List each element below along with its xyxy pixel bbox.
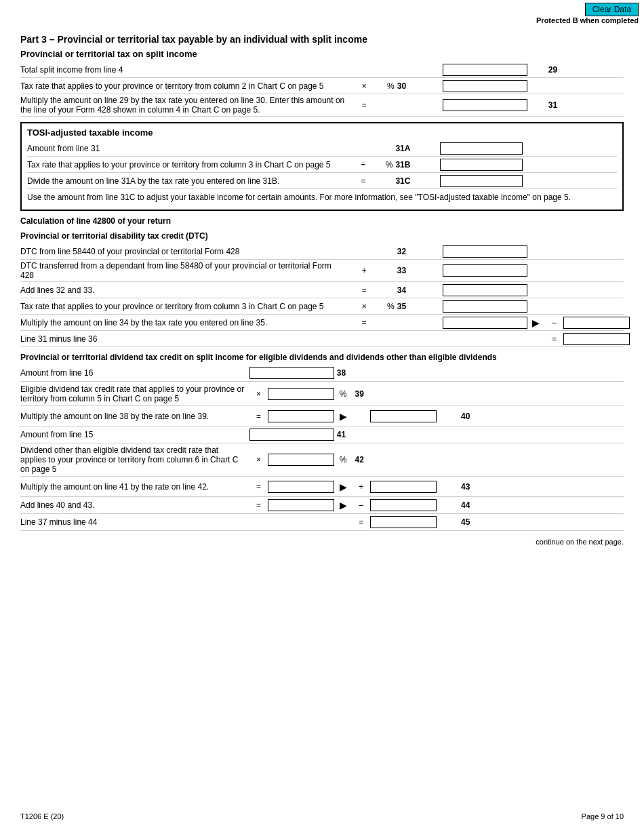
tosi-31c-desc: Divide the amount on line 31A by the tax… [27,176,352,186]
div-40-right-field[interactable] [370,410,437,422]
tosi-note-row: Use the amount from line 31C to adjust y… [27,189,617,205]
dtc-32-field[interactable] [443,245,527,258]
line-31-row: Multiply the amount on line 29 by the ta… [20,94,624,117]
header-right: Clear Data Protected B when completed [536,3,639,24]
dtc-35-row: Tax rate that applies to your province o… [20,298,624,315]
div-41-field[interactable] [249,429,334,441]
line-31-field[interactable] [443,99,527,111]
div-43-label: 43 [437,482,472,492]
line-30-desc: Tax rate that applies to your province o… [20,81,353,91]
tosi-title: TOSI-adjusted taxable income [27,127,617,138]
tosi-31b-pct: % [375,160,393,170]
dtc-36-minus: – [545,318,563,327]
div-40-op: = [249,412,268,421]
div-41-label: 41 [334,430,370,439]
tosi-31c-row: Divide the amount on line 31A by the tax… [27,173,617,189]
dtc-37-eq: = [545,334,563,344]
line-30-op: × [353,81,377,91]
top-bar: Clear Data Protected B when completed [0,0,644,27]
dtc-37-right-field[interactable] [563,333,630,345]
dtc-36-right-field[interactable] [563,317,630,329]
dtc-36-row: Multiply the amount on line 34 by the ta… [20,315,624,331]
div-45-eq: = [352,517,370,527]
tosi-31a-row: Amount from line 31 31A [27,140,617,157]
dtc-35-desc: Tax rate that applies to your province o… [20,302,353,311]
div-44-row: Add lines 40 and 43. = ▶ – 44 [20,497,624,514]
clear-data-button[interactable]: Clear Data [585,3,639,16]
tosi-31c-op: = [352,176,376,186]
line-30-field[interactable] [443,80,527,92]
div-44-arrow: ▶ [334,500,353,511]
tosi-31b-desc: Tax rate that applies to your province o… [27,160,352,170]
tosi-31b-field[interactable] [440,159,523,171]
page-info: Page 9 of 10 [582,812,624,820]
page-footer: T1206 E (20) Page 9 of 10 [0,812,644,820]
calc-title: Calculation of line 42800 of your return [20,216,624,226]
line-30-label: 30 [395,81,443,91]
dtc-36-arrow: ▶ [527,317,546,328]
main-content: Part 3 – Provincial or territorial tax p… [0,27,644,559]
part3-title: Part 3 – Provincial or territorial tax p… [20,34,624,45]
line-31-op: = [353,100,377,110]
div-38-label: 38 [334,368,370,378]
form-id: T1206 E (20) [20,812,64,820]
div-39-pct: % [334,389,353,399]
div-39-row: Eligible dividend tax credit rate that a… [20,382,624,406]
dtc-36-desc: Multiply the amount on line 34 by the ta… [20,318,353,327]
tosi-note: Use the amount from line 31C to adjust y… [27,191,617,204]
div-40-row: Multiply the amount on line 38 by the ra… [20,406,624,426]
div-43-row: Multiply the amount on line 41 by the ra… [20,477,624,497]
div-43-arrow: ▶ [334,481,353,492]
dtc-35-pct: % [376,302,395,311]
line-31-desc: Multiply the amount on line 29 by the ta… [20,96,353,115]
div-40-desc: Multiply the amount on line 38 by the ra… [20,412,249,421]
div-42-row: Dividend other than eligible dividend ta… [20,443,624,477]
div-40-mid-field[interactable] [268,410,334,422]
tosi-31b-row: Tax rate that applies to your province o… [27,157,617,173]
dtc-36-mid-field[interactable] [443,317,527,329]
dtc-34-desc: Add lines 32 and 33. [20,285,353,295]
line-29-field[interactable] [443,64,527,76]
div-41-desc: Amount from line 15 [20,430,249,439]
dtc-36-num: 36 [630,318,644,327]
tosi-31a-desc: Amount from line 31 [27,144,352,153]
div-43-mid-field[interactable] [268,481,334,493]
tosi-31a-label: 31A [393,144,440,153]
tosi-31a-field[interactable] [440,142,523,155]
div-43-right-field[interactable] [370,481,437,493]
div-39-label: 39 [352,389,388,399]
dtc-36-op: = [353,318,377,327]
div-44-right-field[interactable] [370,499,437,511]
div-44-op: = [249,500,268,510]
continue-text: continue on the next page. [20,538,624,546]
div-39-op: × [249,389,268,399]
tosi-31c-label: 31C [393,176,440,186]
div-39-field[interactable] [268,388,334,400]
line-30-row: Tax rate that applies to your province o… [20,78,624,94]
div-38-field[interactable] [249,367,334,379]
dtc-34-row: Add lines 32 and 33. = 34 [20,282,624,298]
section1-title: Provincial or territorial tax on split i… [20,49,624,59]
tosi-31c-field[interactable] [440,175,523,187]
dtc-33-row: DTC transferred from a dependant from li… [20,260,624,282]
dtc-35-field[interactable] [443,300,527,313]
dtc-35-op: × [353,302,377,311]
div-45-right-field[interactable] [370,516,437,528]
tosi-31b-label: 31B [393,160,440,170]
line-30-pct: % [376,81,395,91]
dtc-33-field[interactable] [443,264,527,277]
dtc-33-op: + [353,266,377,275]
dtc-32-label: 32 [395,247,443,256]
dtc-37-desc: Line 31 minus line 36 [20,334,353,344]
div-41-row: Amount from line 15 41 [20,426,624,443]
div-43-desc: Multiply the amount on line 41 by the ra… [20,482,249,492]
line-29-desc: Total split income from line 4 [20,65,353,75]
dtc-34-field[interactable] [443,284,527,296]
div-45-desc: Line 37 minus line 44 [20,517,249,527]
div-45-row: Line 37 minus line 44 = 45 [20,514,624,531]
dtc-35-label: 35 [395,302,443,311]
div-44-mid-field[interactable] [268,499,334,511]
line-29-row: Total split income from line 4 29 [20,62,624,78]
dividend-section-title: Provincial or territorial dividend tax c… [20,353,624,362]
div-42-field[interactable] [268,454,334,466]
